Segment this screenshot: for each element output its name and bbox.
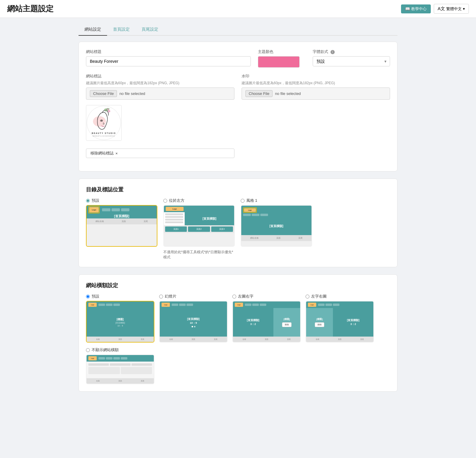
banner-left-text-header: Logo xyxy=(306,301,373,308)
book-icon: 📖 xyxy=(405,7,410,11)
tab-footer-settings[interactable]: 頁尾設定 xyxy=(136,24,164,36)
nav-default-preview: Logo [首頁橫額] 網站名稱頁面頁尾 xyxy=(86,205,157,247)
site-settings-card: 網站標題 主題顏色 字體款式 i 預設 明體 黑體 xyxy=(79,42,397,171)
mini-footer-default: 網站名稱頁面頁尾 xyxy=(87,218,157,224)
nav-default-header: Logo xyxy=(87,206,157,214)
banner-default-radio[interactable] xyxy=(86,295,90,298)
nav-left-radio[interactable] xyxy=(163,199,167,203)
no-file-text: no file selected xyxy=(119,91,145,96)
banner-none-label[interactable]: 不顯示網站橫額 xyxy=(86,347,390,353)
banner-settings-card: 網站橫額設定 預設 Logo xyxy=(79,274,397,392)
svg-text:MAKEUP & ACCESSORIES: MAKEUP & ACCESSORIES xyxy=(93,135,115,137)
lang-button[interactable]: A文 繁體中文 ▾ xyxy=(434,4,469,14)
banner-default-label[interactable]: 預設 xyxy=(86,294,154,299)
top-bar: 網站主題設定 📖 教學中心 A文 繁體中文 ▾ xyxy=(0,0,476,18)
banner-left-image-header: Logo xyxy=(233,301,300,308)
nav-position-title: 目錄及標誌位置 xyxy=(86,186,390,193)
banner-default-footer: 名稱頁面頁尾 xyxy=(87,337,154,342)
split-cta-btn2[interactable]: 按鈕 xyxy=(315,322,324,327)
watermark-hint: 建議圖片最低高度為60px，最低闊度為182px (PNG, JPEG) xyxy=(242,81,390,86)
watermark-no-file-text: no file selected xyxy=(275,91,301,96)
banner-slideshow-radio[interactable] xyxy=(159,295,163,298)
main-content: 網站設定 首頁設定 頁尾設定 網站標題 主題顏色 字體款式 i 預 xyxy=(71,18,405,405)
banner-left-text-footer: 名稱頁面頁尾 xyxy=(306,337,373,342)
nav-default-label[interactable]: 預設 xyxy=(86,198,157,203)
nav-left-label[interactable]: 位於左方 xyxy=(163,198,235,203)
banner-default-hero: [標題] [首頁橫額]10：9 xyxy=(87,308,154,337)
banner-left-image-label[interactable]: 左圖右字 xyxy=(232,294,301,299)
style1-logo: Logo xyxy=(244,208,256,212)
svg-point-1 xyxy=(93,116,106,126)
svg-point-2 xyxy=(108,110,110,112)
no-banner-row: 不顯示網站橫額 Logo xyxy=(86,347,390,384)
logo-label: 網站標誌 xyxy=(86,74,234,79)
banner-slideshow-nav xyxy=(172,304,193,306)
remove-logo-button[interactable]: 移除網站標誌 × xyxy=(86,149,234,158)
banner-left-image-body: [首頁橫額]3：2 [標題] 按鈕 xyxy=(233,308,300,337)
tab-home-settings[interactable]: 首頁設定 xyxy=(107,24,136,36)
banner-none-footer: 名稱頁面頁尾 xyxy=(87,378,154,384)
theme-color-group: 主題顏色 xyxy=(258,49,306,68)
split-text-right: [標題] 按鈕 xyxy=(273,308,300,337)
nav-style1-radio[interactable] xyxy=(241,199,245,203)
banner-default-nav xyxy=(98,304,120,306)
slideshow-dots xyxy=(187,326,200,327)
nav-left-preview: Logo [首頁橫額] 頁面1 頁面2 頁面 xyxy=(163,205,235,247)
banner-left-image-radio[interactable] xyxy=(232,295,236,298)
banner-left-text-option: 左字右圖 Logo [標題] 按鈕 xyxy=(306,294,374,343)
mini-footer-left: 頁面1 頁面2 頁面3 xyxy=(164,225,234,233)
font-select-wrapper: 預設 明體 黑體 xyxy=(313,56,390,66)
mini-hero-left: [首頁橫額] xyxy=(185,212,234,225)
mini-hero-default: [首頁橫額] xyxy=(87,214,157,218)
banner-left-text-radio[interactable] xyxy=(306,295,309,298)
logo-file-input[interactable]: Choose File no file selected xyxy=(86,87,234,100)
theme-color-label: 主題顏色 xyxy=(258,49,306,54)
banner-none-preview: Logo xyxy=(86,354,154,384)
choose-file-btn[interactable]: Choose File xyxy=(90,90,117,97)
remove-logo-label: 移除網站標誌 xyxy=(90,151,114,156)
watermark-file-input[interactable]: Choose File no file selected xyxy=(242,87,390,100)
nav-left-option: 位於左方 Logo [首頁橫額] xyxy=(163,198,235,260)
layout-options: 預設 Logo [首頁橫額] xyxy=(86,198,390,260)
font-select[interactable]: 預設 明體 黑體 xyxy=(313,56,390,66)
watermark-group: 水印 建議圖片最低高度為60px，最低闊度為182px (PNG, JPEG) … xyxy=(242,74,390,158)
banner-none-radio[interactable] xyxy=(86,348,90,352)
remove-logo-x: × xyxy=(115,151,118,156)
watermark-choose-btn[interactable]: Choose File xyxy=(245,90,273,97)
split-image-left: [首頁橫額]3：2 xyxy=(233,308,273,337)
help-button[interactable]: 📖 教學中心 xyxy=(401,4,431,13)
banner-slideshow-option: 幻燈片 Logo [首頁橫額]10：9 xyxy=(159,294,228,343)
watermark-label: 水印 xyxy=(242,74,390,79)
banner-slideshow-logo: Logo xyxy=(162,303,170,307)
style1-nav xyxy=(243,214,310,216)
style1-hero: [首頁橫額] xyxy=(241,217,311,235)
mini-sidebar-left xyxy=(164,212,185,225)
nav-left-top: Logo xyxy=(164,206,234,212)
banner-default-logo: Logo xyxy=(88,303,97,307)
nav-left-note: 不適用於此*擺尋工具模式*的*日曆顯示優先*模式 xyxy=(163,250,235,260)
banner-default-option: 預設 Logo [標題] [首頁橫額]10：9 xyxy=(86,294,154,343)
banner-left-image-logo: Logo xyxy=(235,303,243,307)
banner-none-body xyxy=(87,362,154,378)
banner-default-preview: Logo [標題] [首頁橫額]10：9 xyxy=(86,301,154,343)
nav-style1-label[interactable]: 風格 1 xyxy=(241,198,312,203)
tab-site-settings[interactable]: 網站設定 xyxy=(79,24,107,36)
banner-left-image-nav xyxy=(245,304,266,306)
nav-style1-header: Logo xyxy=(241,206,311,217)
banner-slideshow-footer: 名稱頁面頁尾 xyxy=(160,337,227,342)
title-input[interactable] xyxy=(86,56,251,66)
split-cta-btn[interactable]: 按鈕 xyxy=(282,322,292,327)
banner-slideshow-label[interactable]: 幻燈片 xyxy=(159,294,228,299)
nav-default-radio[interactable] xyxy=(86,199,90,203)
style1-footer: 網站名稱頁面頁尾 xyxy=(241,235,311,241)
banner-settings-title: 網站橫額設定 xyxy=(86,282,390,289)
theme-color-swatch[interactable] xyxy=(258,56,300,68)
tab-bar: 網站設定 首頁設定 頁尾設定 xyxy=(79,24,397,36)
logo-hint: 建議圖片最低高度為60px，最低闊度為182px (PNG, JPEG) xyxy=(86,81,234,86)
banner-default-header: Logo xyxy=(87,301,154,308)
logo-preview: BEAUTY STUDIO MAKEUP & ACCESSORIES xyxy=(86,105,122,141)
chevron-down-icon: ▾ xyxy=(463,7,465,11)
banner-none-option: 不顯示網站橫額 Logo xyxy=(86,347,390,384)
title-group: 網站標題 xyxy=(86,49,251,68)
banner-left-text-label[interactable]: 左字右圖 xyxy=(306,294,374,299)
